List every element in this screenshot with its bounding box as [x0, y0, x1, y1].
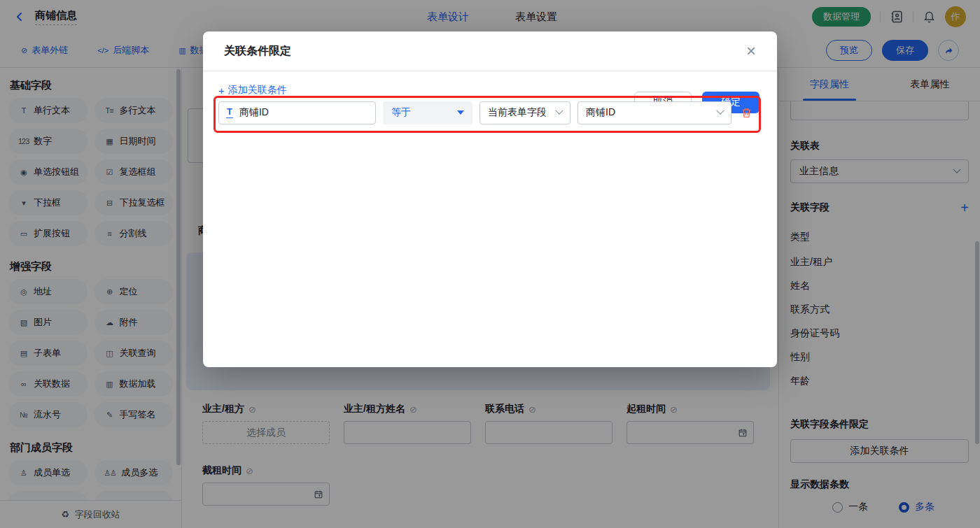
modal-title: 关联条件限定 [224, 44, 291, 59]
text-field-icon: T [226, 107, 233, 118]
add-condition-link[interactable]: + 添加关联条件 [218, 84, 287, 97]
app-window: 商铺信息 表单设计 表单设置 数据管理 作 ⊘ 表单外链 [0, 0, 980, 528]
triangle-down-icon [457, 110, 464, 115]
modal-body: + 添加关联条件 T 等于 当前表单字段 商铺ID [203, 71, 777, 124]
target-select[interactable]: 商铺ID [578, 101, 732, 124]
condition-row: T 等于 当前表单字段 商铺ID [218, 101, 762, 124]
operator-select[interactable]: 等于 [383, 101, 472, 124]
condition-field-input-wrap: T [218, 101, 376, 124]
target-value: 商铺ID [586, 106, 615, 119]
operator-value: 等于 [391, 106, 411, 119]
condition-modal: 关联条件限定 × + 添加关联条件 T 等于 当前表单字段 [203, 31, 777, 367]
plus-icon: + [218, 85, 225, 97]
condition-field-input[interactable] [239, 107, 368, 118]
source-value: 当前表单字段 [488, 106, 547, 119]
add-condition-link-label: 添加关联条件 [228, 84, 287, 97]
modal-header: 关联条件限定 × [203, 31, 777, 71]
source-select[interactable]: 当前表单字段 [479, 101, 570, 124]
delete-condition-icon[interactable] [741, 107, 752, 119]
close-icon[interactable]: × [746, 43, 756, 59]
chevron-down-icon [555, 107, 563, 115]
chevron-down-icon [716, 107, 724, 115]
